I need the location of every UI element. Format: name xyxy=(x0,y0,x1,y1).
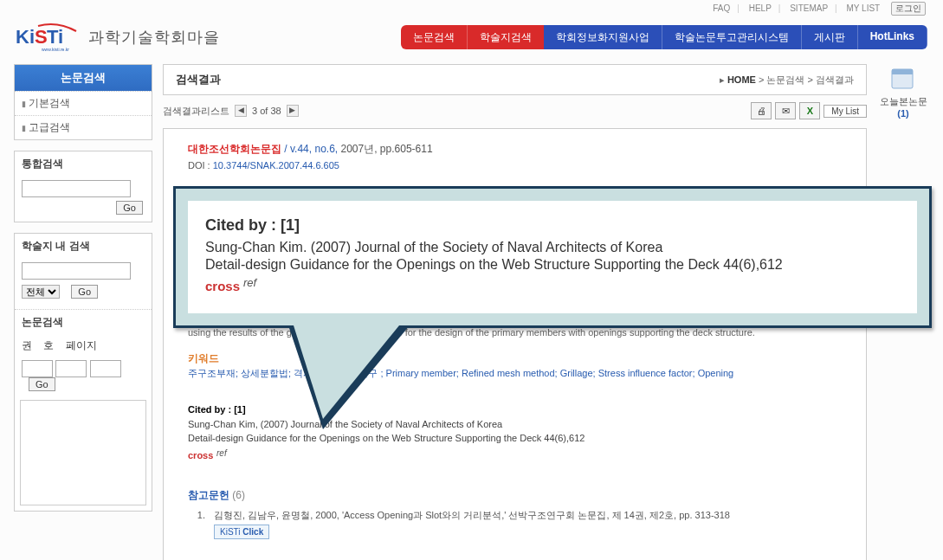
svg-text:ref: ref xyxy=(216,449,228,458)
side-panel3: 학술지 내 검색 전체 Go 논문검색 권 호 페이지 Go xyxy=(14,233,152,512)
top-sitemap[interactable]: SITEMAP xyxy=(786,3,831,13)
vip-go[interactable]: Go xyxy=(29,377,55,391)
next-button[interactable]: ▶ xyxy=(287,105,299,117)
gnb-journal-search[interactable]: 학술지검색 xyxy=(468,25,544,49)
panel1-title: 논문검색 xyxy=(15,65,152,91)
callout-line2: Detail-design Guidance for the Openings … xyxy=(205,257,900,273)
doi-link[interactable]: 10.3744/SNAK.2007.44.6.605 xyxy=(213,160,339,171)
unified-search-input[interactable] xyxy=(22,180,131,197)
svg-rect-7 xyxy=(892,69,913,74)
citedby-callout: Cited by : [1] Sung-Chan Kim. (2007) Jou… xyxy=(173,186,932,328)
gnb-hotlinks[interactable]: HotLinks xyxy=(858,25,927,49)
journal-search-input[interactable] xyxy=(22,262,131,280)
top-help[interactable]: HELP xyxy=(746,3,775,13)
result-card: 검색결과 ▸ HOME > 논문검색 > 검색결과 xyxy=(163,64,867,95)
panel2-title: 통합검색 xyxy=(15,151,152,177)
panel4-title: 논문검색 xyxy=(15,309,152,335)
logo-text: 과학기술학회마을 xyxy=(88,27,220,48)
doi-line: DOI : 10.3744/SNAK.2007.44.6.605 xyxy=(188,158,842,173)
gnb-paper-search[interactable]: 논문검색 xyxy=(401,25,468,49)
keywords: 주구조부재; 상세분할법; 격자… 향계수; 개구 ; Primary memb… xyxy=(188,366,842,381)
logo[interactable]: KiSTiwww.kisti.re.kr 과학기술학회마을 xyxy=(16,23,220,52)
gnb: 논문검색 학술지검색 학회정보화지원사업 학술논문투고관리시스템 게시판 Hot… xyxy=(401,25,927,49)
login-button[interactable]: 로그인 xyxy=(891,2,926,16)
side-basic-search[interactable]: 기본검색 xyxy=(15,91,152,115)
today-icon[interactable] xyxy=(887,64,920,93)
side-panel2: 통합검색 Go xyxy=(14,151,152,222)
result-title: 검색결과 xyxy=(176,72,720,87)
ref-head: 참고문헌 (6) xyxy=(188,487,842,503)
journal-line: 대한조선학회논문집 / v.44, no.6, 2007년, pp.605-61… xyxy=(188,141,842,157)
breadcrumb: ▸ HOME > 논문검색 > 검색결과 xyxy=(720,74,854,87)
callout-crossref-icon[interactable]: crossref xyxy=(205,278,261,298)
svg-text:Ki: Ki xyxy=(16,26,35,48)
panel3-title: 학술지 내 검색 xyxy=(15,234,152,259)
ref-item-1: 1. 김형진, 김남우, 윤명철, 2000, 'Access Opening과… xyxy=(188,508,842,539)
top-mylist[interactable]: MY LIST xyxy=(843,3,884,13)
cited-by-small: Cited by : [1] Sung-Chan Kim, (2007) Jou… xyxy=(188,402,842,465)
preview-box xyxy=(20,400,146,505)
svg-text:ref: ref xyxy=(243,278,258,289)
svg-text:Ti: Ti xyxy=(47,26,63,48)
gnb-board[interactable]: 게시판 xyxy=(802,25,858,49)
top-faq[interactable]: FAQ xyxy=(709,3,733,13)
vol-input[interactable] xyxy=(22,360,53,377)
crossref-icon[interactable]: crossref xyxy=(188,449,231,466)
svg-text:cross: cross xyxy=(205,279,240,293)
side-advanced-search[interactable]: 고급검색 xyxy=(15,115,152,139)
gnb-submission[interactable]: 학술논문투고관리시스템 xyxy=(662,25,802,49)
gnb-society[interactable]: 학회정보화지원사업 xyxy=(544,25,662,49)
print-icon[interactable]: 🖨 xyxy=(751,102,772,119)
side-panel1: 논문검색 기본검색 고급검색 xyxy=(14,64,152,140)
position: 3 of 38 xyxy=(252,106,281,116)
today-label: 오늘본논문 xyxy=(877,95,929,108)
page-input[interactable] xyxy=(90,360,121,377)
unified-search-go[interactable]: Go xyxy=(116,201,143,215)
callout-title: Cited by : [1] xyxy=(205,216,900,235)
mylist-button[interactable]: My List xyxy=(824,105,867,118)
issue-input[interactable] xyxy=(55,360,87,377)
journal-select[interactable]: 전체 xyxy=(22,285,60,299)
excel-icon[interactable]: X xyxy=(799,102,820,119)
list-label: 검색결과리스트 xyxy=(163,105,229,118)
mail-icon[interactable]: ✉ xyxy=(775,102,796,119)
topbar: FAQ| HELP| SITEMAP| MY LIST 로그인 xyxy=(0,0,943,19)
vol-row: 권 호 페이지 xyxy=(15,335,152,357)
svg-text:S: S xyxy=(35,26,48,48)
prev-button[interactable]: ◀ xyxy=(235,105,247,117)
journal-go[interactable]: Go xyxy=(71,285,98,299)
svg-text:www.kisti.re.kr: www.kisti.re.kr xyxy=(42,47,69,52)
callout-line1: Sung-Chan Kim. (2007) Journal of the Soc… xyxy=(205,240,900,255)
today-count: (1) xyxy=(877,108,929,119)
keyword-head: 키워드 xyxy=(188,351,842,366)
svg-text:cross: cross xyxy=(188,450,213,460)
ref-click-button[interactable]: KiSTi Click xyxy=(214,525,269,539)
